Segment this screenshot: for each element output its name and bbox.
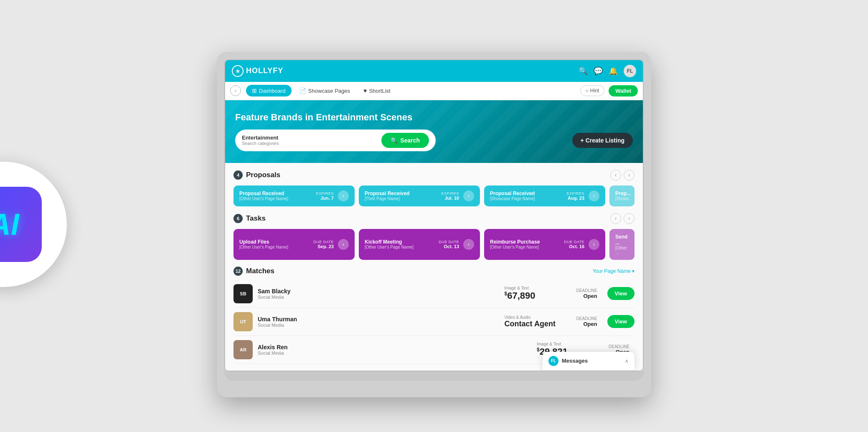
- matches-filter[interactable]: Your Page Name ▾: [593, 268, 635, 274]
- tasks-prev-button[interactable]: ‹: [610, 213, 621, 224]
- wallet-button[interactable]: Wallet: [609, 85, 638, 97]
- navbar-icons: 🔍 💬 🔔 FL: [579, 65, 636, 77]
- star-icon: ★: [232, 65, 244, 77]
- laptop-screen: ★ HOLLYFY 🔍 💬 🔔 FL ‹ ⊞ Dashboard: [224, 59, 644, 371]
- match-deadline-2: DEADLINE Open: [576, 316, 597, 327]
- matches-badge: 12: [233, 267, 243, 276]
- message-icon[interactable]: 💬: [594, 66, 603, 76]
- tab-showcase[interactable]: 📄 Showcase Pages: [293, 85, 356, 97]
- proposals-row: Proposal Received [Other User's Page Nam…: [233, 186, 635, 206]
- hint-icon: ○: [586, 88, 589, 94]
- proposals-title: Proposals: [246, 171, 280, 179]
- create-listing-button[interactable]: + Create Listing: [572, 133, 633, 148]
- matches-section-header: 12 Matches Your Page Name ▾: [233, 267, 635, 276]
- navbar: ★ HOLLYFY 🔍 💬 🔔 FL: [225, 60, 643, 82]
- match-avatar-1: SB: [233, 284, 253, 303]
- task-card-3-arrow[interactable]: ›: [589, 239, 599, 250]
- ai-decoration: [0, 162, 67, 287]
- task-card-2[interactable]: Kickoff Meeting [Other User's Page Name]…: [359, 229, 480, 260]
- messages-title: Messages: [562, 358, 622, 364]
- tabs-right: ○ Hint Wallet: [580, 85, 638, 97]
- match-info-2: Uma Thurman Social Media: [258, 316, 500, 328]
- match-avatar-3: AR: [233, 340, 253, 359]
- tasks-nav: ‹ ›: [610, 213, 635, 224]
- proposal-card-3-arrow[interactable]: ›: [589, 191, 599, 201]
- search-button[interactable]: 🔍 Search: [381, 133, 429, 148]
- tasks-section-header: 6 Tasks ‹ ›: [233, 213, 635, 224]
- navbar-logo: ★ HOLLYFY: [232, 65, 283, 77]
- proposal-card-2-arrow[interactable]: ›: [463, 191, 474, 201]
- dashboard-icon: ⊞: [252, 87, 257, 94]
- match-offer-2: Video & Audio Contact Agent: [505, 315, 571, 328]
- tab-shortlist[interactable]: ♥ ShortList: [358, 85, 396, 97]
- task-card-3[interactable]: Reimburse Purchase [Other User's Page Na…: [484, 229, 605, 260]
- hero-search-row: Entertainment Search categories 🔍 Search…: [235, 130, 633, 151]
- tab-dashboard[interactable]: ⊞ Dashboard: [246, 85, 292, 97]
- category-sub: Search categories: [242, 141, 381, 146]
- matches-title: Matches: [246, 267, 274, 275]
- task-card-4[interactable]: Send ... [Other ...: [609, 229, 635, 260]
- category-text: Entertainment Search categories: [242, 135, 381, 146]
- hero-title: Feature Brands in Entertainment Scenes: [235, 112, 633, 123]
- category-label: Entertainment: [242, 135, 381, 141]
- task-card-1-arrow[interactable]: ›: [338, 239, 349, 250]
- match-row-2: UT Uma Thurman Social Media Video & Audi…: [233, 308, 635, 336]
- match-deadline-1: DEADLINE Open: [576, 288, 597, 299]
- search-icon[interactable]: 🔍: [579, 66, 588, 76]
- back-button[interactable]: ‹: [230, 85, 241, 96]
- avatar[interactable]: FL: [624, 65, 636, 77]
- messages-header[interactable]: FL Messages ∧: [543, 352, 635, 371]
- proposal-card-2[interactable]: Proposal Received [Their Page Name] EXPI…: [359, 186, 480, 206]
- hint-button[interactable]: ○ Hint: [580, 85, 605, 96]
- view-button-1[interactable]: View: [607, 287, 635, 300]
- heart-icon: ♥: [363, 87, 367, 94]
- match-info-3: Alexis Ren Social Media: [258, 344, 532, 356]
- chevron-up-icon: ∧: [625, 358, 629, 364]
- match-offer-1: Image & Text $67,890: [505, 286, 571, 301]
- proposal-card-4[interactable]: Prop... [Showc...: [609, 186, 635, 206]
- tasks-row: Upload Files [Other User's Page Name] DU…: [233, 229, 635, 260]
- proposals-badge: 4: [233, 170, 243, 180]
- ai-chip: [0, 187, 42, 262]
- notification-icon[interactable]: 🔔: [609, 66, 618, 76]
- messages-avatar: FL: [548, 356, 558, 366]
- search-box[interactable]: Entertainment Search categories 🔍 Search: [235, 130, 436, 151]
- showcase-icon: 📄: [299, 87, 306, 94]
- tasks-title: Tasks: [246, 214, 266, 223]
- messages-widget[interactable]: FL Messages ∧: [543, 352, 635, 371]
- main-content: 4 Proposals ‹ › Proposal Received [Other…: [225, 163, 643, 371]
- proposals-next-button[interactable]: ›: [624, 170, 635, 180]
- hero-banner: Feature Brands in Entertainment Scenes E…: [225, 100, 643, 163]
- task-card-1[interactable]: Upload Files [Other User's Page Name] DU…: [233, 229, 355, 260]
- view-button-2[interactable]: View: [607, 315, 635, 328]
- search-icon: 🔍: [391, 137, 398, 144]
- proposals-nav: ‹ ›: [610, 170, 635, 180]
- laptop-frame: ★ HOLLYFY 🔍 💬 🔔 FL ‹ ⊞ Dashboard: [217, 52, 651, 397]
- match-row-1: SB Sam Blacky Social Media Image & Text …: [233, 280, 635, 308]
- tasks-badge: 6: [233, 214, 243, 223]
- task-card-2-arrow[interactable]: ›: [463, 239, 474, 250]
- brand-name: HOLLYFY: [246, 66, 283, 75]
- proposals-section-header: 4 Proposals ‹ ›: [233, 170, 635, 180]
- tasks-next-button[interactable]: ›: [624, 213, 635, 224]
- tabs-bar: ‹ ⊞ Dashboard 📄 Showcase Pages ♥ ShortLi…: [225, 82, 643, 100]
- proposal-card-1-arrow[interactable]: ›: [338, 191, 349, 201]
- match-info-1: Sam Blacky Social Media: [258, 288, 500, 300]
- laptop-base: [224, 371, 644, 381]
- proposal-card-1[interactable]: Proposal Received [Other User's Page Nam…: [233, 186, 355, 206]
- proposals-prev-button[interactable]: ‹: [610, 170, 621, 180]
- match-avatar-2: UT: [233, 312, 253, 331]
- proposal-card-3[interactable]: Proposal Received [Showcase Page Name] E…: [484, 186, 605, 206]
